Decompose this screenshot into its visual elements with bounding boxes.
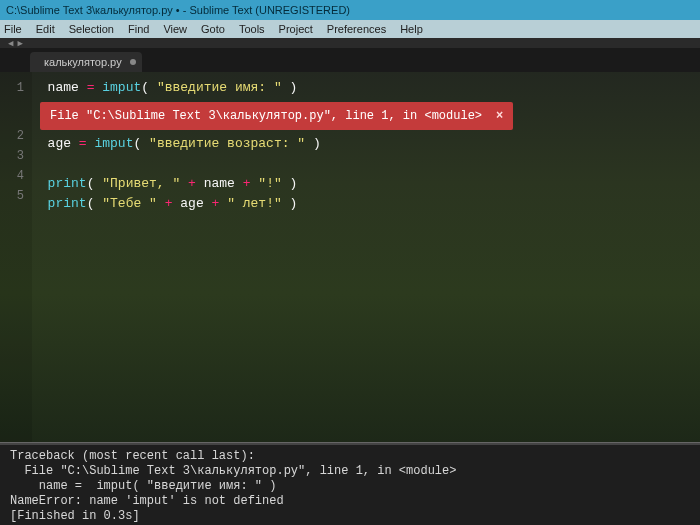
console-line: NameError: name 'imput' is not defined [10, 494, 284, 508]
tab-label: калькулятор.py [44, 56, 122, 68]
token-paren: ) [282, 176, 298, 191]
code-area[interactable]: name = imput( "введитие имя: " ) File "C… [32, 72, 700, 442]
code-line-4: print( "Привет, " + name + "!" ) [32, 174, 700, 194]
menu-bar: File Edit Selection Find View Goto Tools… [0, 20, 700, 38]
menu-edit[interactable]: Edit [36, 23, 55, 35]
line-number: 2 [0, 126, 24, 146]
error-text: File "C:\Sublime Text 3\калькулятор.py",… [50, 106, 482, 126]
line-number: 5 [0, 186, 24, 206]
close-icon[interactable]: × [496, 106, 503, 126]
token-string: "Привет, " [102, 176, 180, 191]
token-string: " лет!" [227, 196, 282, 211]
line-number: 1 [0, 78, 24, 98]
console-line: name = imput( "введитие имя: " ) [10, 479, 276, 493]
tab-dirty-icon [130, 59, 136, 65]
tab-bar: калькулятор.py [0, 48, 700, 72]
menu-find[interactable]: Find [128, 23, 149, 35]
code-line-3 [32, 154, 700, 174]
nav-back-icon[interactable]: ◀ [8, 38, 13, 49]
nav-forward-icon[interactable]: ▶ [17, 38, 22, 49]
menu-selection[interactable]: Selection [69, 23, 114, 35]
console-line: [Finished in 0.3s] [10, 509, 140, 523]
menu-project[interactable]: Project [279, 23, 313, 35]
token-paren: ) [282, 196, 298, 211]
token-function: print [48, 196, 87, 211]
token-variable: age [48, 136, 71, 151]
menu-file[interactable]: File [4, 23, 22, 35]
token-string: "!" [258, 176, 281, 191]
token-paren: ) [305, 136, 321, 151]
token-paren: ( [141, 80, 157, 95]
token-paren: ( [87, 176, 103, 191]
token-operator: + [188, 176, 196, 191]
token-operator: = [87, 80, 95, 95]
console-line: File "C:\Sublime Text 3\калькулятор.py",… [10, 464, 456, 478]
editor: 1 2 3 4 5 name = imput( "введитие имя: "… [0, 72, 700, 442]
menu-preferences[interactable]: Preferences [327, 23, 386, 35]
menu-tools[interactable]: Tools [239, 23, 265, 35]
nav-row: ◀ ▶ [0, 38, 700, 48]
token-variable: name [48, 80, 79, 95]
gutter-spacer [0, 98, 24, 126]
token-function: imput [102, 80, 141, 95]
token-variable: age [180, 196, 203, 211]
token-string: "введитие возраст: " [149, 136, 305, 151]
token-function: imput [94, 136, 133, 151]
token-operator: + [243, 176, 251, 191]
menu-help[interactable]: Help [400, 23, 423, 35]
token-variable: name [204, 176, 235, 191]
token-operator: = [79, 136, 87, 151]
token-operator: + [212, 196, 220, 211]
code-line-2: age = imput( "введитие возраст: " ) [32, 134, 700, 154]
menu-view[interactable]: View [163, 23, 187, 35]
line-gutter: 1 2 3 4 5 [0, 72, 32, 442]
code-line-5: print( "Тебе " + age + " лет!" ) [32, 194, 700, 214]
window-title: C:\Sublime Text 3\калькулятор.py • - Sub… [6, 4, 350, 16]
token-paren: ( [87, 196, 103, 211]
token-operator: + [165, 196, 173, 211]
inline-error-popup: File "C:\Sublime Text 3\калькулятор.py",… [40, 102, 513, 130]
menu-goto[interactable]: Goto [201, 23, 225, 35]
tab-file[interactable]: калькулятор.py [30, 52, 142, 72]
line-number: 3 [0, 146, 24, 166]
token-string: "введитие имя: " [157, 80, 282, 95]
line-number: 4 [0, 166, 24, 186]
window-title-bar: C:\Sublime Text 3\калькулятор.py • - Sub… [0, 0, 700, 20]
token-string: "Тебе " [102, 196, 157, 211]
build-output-panel[interactable]: Traceback (most recent call last): File … [0, 445, 700, 525]
code-line-1: name = imput( "введитие имя: " ) [32, 78, 700, 98]
console-line: Traceback (most recent call last): [10, 449, 255, 463]
token-paren: ( [133, 136, 149, 151]
token-function: print [48, 176, 87, 191]
token-paren: ) [282, 80, 298, 95]
